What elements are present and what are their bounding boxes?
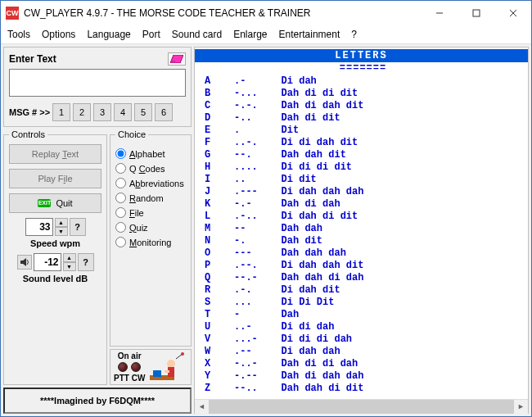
morse-row: X -..- Dah di di dah <box>205 358 521 370</box>
morse-row: I .. Di dit <box>205 174 521 186</box>
menu-enlarge[interactable]: Enlarge <box>233 29 267 40</box>
choice-qcodes[interactable]: Q Codes <box>115 163 186 174</box>
horizontal-scrollbar[interactable]: ◄ ► <box>195 399 528 413</box>
controls-legend: Controls <box>9 129 47 139</box>
morse-row: H .... Di di di dit <box>205 161 521 174</box>
morse-row: L .-.. Di dah di dit <box>205 211 521 223</box>
morse-row: U ..- Di di dah <box>205 321 521 333</box>
sound-up-button[interactable]: ▲ <box>63 253 76 262</box>
morse-display: LETTERS ======= A .- Di dahB -... Dah di… <box>195 48 528 399</box>
morse-row: D -.. Dah di dit <box>205 112 521 125</box>
morse-row: S ... Di Di Dit <box>205 297 521 309</box>
morse-row: C -.-. Dah di dah dit <box>205 100 521 112</box>
morse-underline: ======= <box>205 62 521 74</box>
svg-rect-1 <box>473 10 480 16</box>
app-window: CW CW_PLAYER 4.9.7 - THE MORSE CODE TEAC… <box>0 0 532 417</box>
msg-btn-2[interactable]: 2 <box>73 103 91 121</box>
choice-random[interactable]: Random <box>115 193 186 203</box>
menu-language[interactable]: Language <box>87 29 130 40</box>
morse-header: LETTERS <box>195 49 528 62</box>
choice-panel: Choice Alphabet Q Codes Abbreviations Ra… <box>110 129 192 347</box>
svg-rect-8 <box>153 370 161 377</box>
play-file-button[interactable]: Play File <box>9 169 101 188</box>
msg-btn-1[interactable]: 1 <box>52 103 70 121</box>
msg-label: MSG # >> <box>9 107 50 117</box>
morse-row: Q --.- Dah dah di dah <box>205 272 521 284</box>
titlebar[interactable]: CW CW_PLAYER 4.9.7 - THE MORSE CODE TEAC… <box>1 1 531 25</box>
replay-text-button[interactable]: Replay Text <box>9 144 101 164</box>
erase-button[interactable] <box>168 52 186 66</box>
scroll-left-button[interactable]: ◄ <box>195 400 209 414</box>
menu-entertainment[interactable]: Entertainment <box>279 29 340 40</box>
speaker-icon[interactable] <box>17 255 32 270</box>
morse-row: O --- Dah dah dah <box>205 247 521 260</box>
speed-help-button[interactable]: ? <box>70 218 86 236</box>
svg-marker-6 <box>20 258 26 266</box>
morse-row: N -. Dah dit <box>205 235 521 247</box>
morse-row: M -- Dah dah <box>205 223 521 235</box>
morse-row: V ...- Di di di dah <box>205 333 521 346</box>
svg-point-9 <box>167 360 175 368</box>
cw-led <box>131 362 141 372</box>
morse-row: R .-. Di dah dit <box>205 284 521 297</box>
speed-input[interactable] <box>25 218 53 236</box>
operator-icon <box>148 352 184 382</box>
choice-quiz[interactable]: Quiz <box>115 222 186 233</box>
sound-input[interactable] <box>34 253 61 271</box>
ptt-label: PTT CW <box>114 374 145 383</box>
display-panel: LETTERS ======= A .- Di dahB -... Dah di… <box>194 47 529 414</box>
onair-panel: On air PTT CW <box>110 349 192 385</box>
menu-tools[interactable]: Tools <box>7 29 30 40</box>
choice-legend: Choice <box>115 129 148 139</box>
scroll-right-button[interactable]: ► <box>514 400 528 414</box>
sound-label: Sound level dB <box>9 274 101 283</box>
menubar: Tools Options Language Port Sound card E… <box>1 25 531 44</box>
quit-button[interactable]: EXIT Quit <box>9 193 101 213</box>
text-input[interactable] <box>9 69 186 97</box>
choice-file[interactable]: File <box>115 207 186 218</box>
morse-row: B -... Dah di di dit <box>205 88 521 100</box>
window-title: CW_PLAYER 4.9.7 - THE MORSE CODE TEACHER… <box>24 7 311 19</box>
menu-port[interactable]: Port <box>142 29 160 40</box>
morse-row: P .--. Di dah dah dit <box>205 260 521 272</box>
ptt-led <box>118 362 128 372</box>
choice-monitoring[interactable]: Monitoring <box>115 237 186 247</box>
morse-row: A .- Di dah <box>205 75 521 88</box>
speed-down-button[interactable]: ▼ <box>55 227 68 236</box>
morse-row: Y -.-- Dah di dah dah <box>205 370 521 383</box>
morse-row: Z --.. Dah dah di dit <box>205 383 521 395</box>
msg-btn-5[interactable]: 5 <box>134 103 152 121</box>
morse-row: W .-- Di dah dah <box>205 346 521 358</box>
sound-help-button[interactable]: ? <box>78 253 94 271</box>
svg-point-13 <box>181 352 184 356</box>
menu-help[interactable]: ? <box>351 29 357 40</box>
enter-text-label: Enter Text <box>9 53 56 65</box>
eraser-icon <box>170 55 183 63</box>
speed-label: Speed wpm <box>9 238 101 248</box>
msg-btn-4[interactable]: 4 <box>114 103 132 121</box>
onair-label: On air <box>118 351 142 360</box>
app-icon: CW <box>6 7 19 20</box>
exit-icon: EXIT <box>38 199 51 207</box>
enter-text-panel: Enter Text MSG # >> 1 2 3 4 5 6 <box>3 47 192 127</box>
choice-alphabet[interactable]: Alphabet <box>115 148 186 159</box>
morse-row: T - Dah <box>205 309 521 321</box>
footer-credit: ****Imagined by F6DQM**** <box>3 388 192 414</box>
menu-options[interactable]: Options <box>42 29 75 40</box>
choice-abbr[interactable]: Abbreviations <box>115 178 186 188</box>
minimize-button[interactable] <box>421 1 458 25</box>
speed-up-button[interactable]: ▲ <box>55 218 68 227</box>
scroll-track[interactable] <box>209 400 514 414</box>
morse-row: K -.- Dah di dah <box>205 198 521 211</box>
menu-soundcard[interactable]: Sound card <box>172 29 222 40</box>
sound-down-button[interactable]: ▼ <box>63 262 76 271</box>
scroll-thumb[interactable] <box>209 400 514 414</box>
msg-btn-6[interactable]: 6 <box>155 103 173 121</box>
msg-btn-3[interactable]: 3 <box>93 103 111 121</box>
close-button[interactable] <box>494 1 531 25</box>
svg-rect-11 <box>165 370 169 373</box>
morse-row: G --. Dah dah dit <box>205 149 521 161</box>
morse-row: F ..-. Di di dah dit <box>205 137 521 149</box>
morse-row: E . Dit <box>205 125 521 137</box>
maximize-button[interactable] <box>458 1 494 25</box>
